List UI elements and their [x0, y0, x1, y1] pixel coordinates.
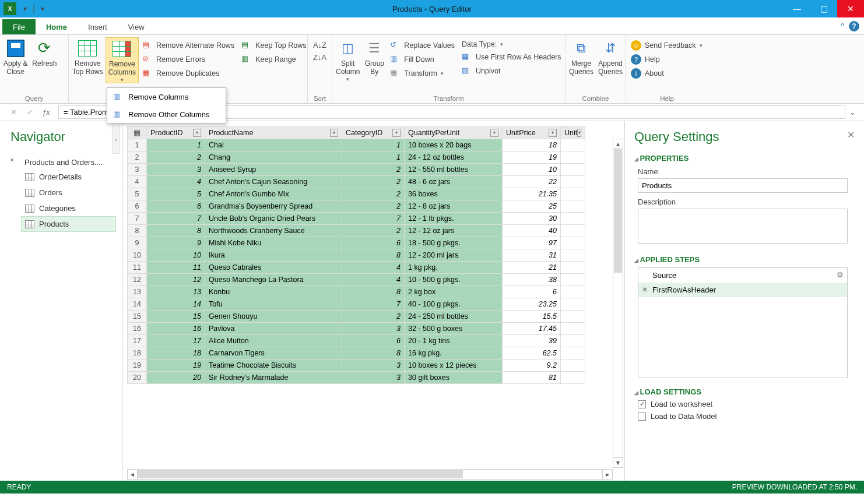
row-header[interactable]: 6: [127, 200, 147, 213]
insert-tab[interactable]: Insert: [78, 19, 118, 34]
row-header[interactable]: 2: [127, 151, 147, 164]
query-name-input[interactable]: [638, 178, 848, 193]
vertical-scrollbar[interactable]: ▴ ▾: [613, 139, 623, 468]
nav-table-orders[interactable]: Orders: [21, 185, 116, 200]
remove-errors-button[interactable]: ⊘Remove Errors: [139, 52, 238, 66]
table-row[interactable]: 2020Sir Rodney's Marmalade330 gift boxes…: [127, 372, 624, 384]
table-row[interactable]: 22Chang124 - 12 oz bottles19: [127, 151, 624, 164]
filter-icon[interactable]: ▾: [392, 129, 401, 137]
row-header[interactable]: 18: [127, 347, 147, 360]
row-header[interactable]: 5: [127, 188, 147, 200]
row-header[interactable]: 8: [127, 225, 147, 237]
table-row[interactable]: 11Chai110 boxes x 20 bags18: [127, 139, 624, 151]
applied-steps-header[interactable]: APPLIED STEPS: [634, 255, 855, 264]
row-header[interactable]: 10: [127, 249, 147, 262]
row-header[interactable]: 19: [127, 360, 147, 372]
table-row[interactable]: 1919Teatime Chocolate Biscuits310 boxes …: [127, 360, 624, 372]
row-header[interactable]: 17: [127, 335, 147, 347]
table-row[interactable]: 55Chef Anton's Gumbo Mix236 boxes21.35: [127, 188, 624, 200]
col-header-quantityperunit[interactable]: QuantityPerUnit▾: [405, 126, 503, 139]
view-tab[interactable]: View: [118, 19, 155, 34]
group-by-button[interactable]: ☰ Group By: [362, 37, 387, 82]
table-row[interactable]: 1515Genen Shouyu224 - 250 ml bottles15.5: [127, 311, 624, 323]
col-header-unit[interactable]: Unit▾: [561, 126, 585, 139]
unpivot-button[interactable]: ▧Unpivot: [458, 64, 565, 78]
col-header-productid[interactable]: ProductID▾: [147, 126, 205, 139]
row-header[interactable]: 3: [127, 164, 147, 176]
load-worksheet-checkbox[interactable]: ✓Load to worksheet: [638, 400, 855, 408]
first-row-headers-button[interactable]: ▦Use First Row As Headers: [458, 50, 565, 64]
remove-columns-button[interactable]: Remove Columns: [106, 37, 139, 83]
refresh-button[interactable]: ⟳ Refresh: [30, 37, 59, 76]
sort-asc-button[interactable]: A↓Z: [313, 41, 326, 50]
filter-icon[interactable]: ▾: [330, 129, 338, 137]
row-header[interactable]: 15: [127, 311, 147, 323]
send-feedback-button[interactable]: ☺Send Feedback: [627, 38, 707, 52]
scroll-right-icon[interactable]: ▸: [602, 469, 613, 480]
table-row[interactable]: 1717Alice Mutton620 - 1 kg tins39: [127, 335, 624, 347]
table-row[interactable]: 1010Ikura812 - 200 ml jars31: [127, 249, 624, 262]
fx-expand-icon[interactable]: ⌄: [845, 108, 859, 117]
nav-table-orderdetails[interactable]: OrderDetails: [21, 169, 116, 185]
gear-icon[interactable]: ⚙: [837, 270, 844, 279]
menu-remove-other-columns[interactable]: ▥Remove Other Columns: [107, 105, 226, 123]
row-header[interactable]: 4: [127, 176, 147, 188]
row-header[interactable]: 20: [127, 372, 147, 384]
nav-table-products[interactable]: Products: [21, 216, 116, 232]
scroll-up-icon[interactable]: ▴: [613, 139, 623, 149]
select-all-corner[interactable]: ▦: [127, 126, 147, 139]
collapse-ribbon-icon[interactable]: ^: [841, 21, 844, 30]
scroll-left-icon[interactable]: ◂: [127, 469, 138, 480]
load-datamodel-checkbox[interactable]: Load to Data Model: [638, 412, 855, 421]
row-header[interactable]: 9: [127, 237, 147, 249]
col-header-categoryid[interactable]: CategoryID▾: [342, 126, 405, 139]
table-row[interactable]: 44Chef Anton's Cajun Seasoning248 - 6 oz…: [127, 176, 624, 188]
nav-table-categories[interactable]: Categories: [21, 200, 116, 216]
load-settings-header[interactable]: LOAD SETTINGS: [634, 387, 855, 396]
properties-header[interactable]: PROPERTIES: [634, 154, 855, 163]
apply-close-button[interactable]: Apply & Close: [1, 37, 30, 76]
row-header[interactable]: 7: [127, 213, 147, 225]
data-type-button[interactable]: Data Type:: [458, 38, 565, 50]
col-header-unitprice[interactable]: UnitPrice▾: [503, 126, 561, 139]
minimize-button[interactable]: —: [784, 0, 810, 17]
row-header[interactable]: 12: [127, 274, 147, 286]
remove-duplicates-button[interactable]: ▦Remove Duplicates: [139, 66, 238, 80]
table-row[interactable]: 33Aniseed Syrup212 - 550 ml bottles10: [127, 164, 624, 176]
query-description-input[interactable]: [638, 209, 848, 244]
menu-remove-columns[interactable]: ▥Remove Columns: [107, 88, 226, 105]
qat-save-icon[interactable]: ▾: [19, 5, 31, 13]
keep-range-button[interactable]: ▥Keep Range: [238, 52, 310, 66]
delete-step-icon[interactable]: ✕: [642, 286, 648, 294]
filter-icon[interactable]: ▾: [193, 129, 201, 137]
row-header[interactable]: 13: [127, 286, 147, 298]
row-header[interactable]: 16: [127, 323, 147, 335]
table-row[interactable]: 1111Queso Cabrales41 kg pkg.21: [127, 262, 624, 274]
fx-commit-icon[interactable]: ✓: [21, 108, 37, 117]
close-pane-icon[interactable]: ✕: [847, 129, 855, 140]
nav-database[interactable]: X Products and Orders....: [10, 155, 116, 169]
sort-desc-button[interactable]: Z↓A: [313, 53, 326, 62]
table-row[interactable]: 1616Pavlova332 - 500 g boxes17.45: [127, 323, 624, 335]
help-button[interactable]: ?Help: [627, 52, 707, 66]
nav-collapse-icon[interactable]: ‹: [112, 125, 120, 154]
replace-values-button[interactable]: ↺Replace Values: [387, 38, 458, 52]
append-queries-button[interactable]: ⇵ Append Queries: [596, 37, 625, 76]
table-row[interactable]: 1212Queso Manchego La Pastora410 - 500 g…: [127, 274, 624, 286]
filter-icon[interactable]: ▾: [577, 129, 581, 137]
row-header[interactable]: 14: [127, 298, 147, 311]
qat-customize-icon[interactable]: ▾: [36, 5, 49, 13]
table-row[interactable]: 66Grandma's Boysenberry Spread212 - 8 oz…: [127, 200, 624, 213]
step-source[interactable]: Source⚙: [638, 268, 847, 283]
remove-alt-rows-button[interactable]: ▤Remove Alternate Rows: [139, 38, 238, 52]
table-row[interactable]: 88Northwoods Cranberry Sauce212 - 12 oz …: [127, 225, 624, 237]
merge-queries-button[interactable]: ⧉ Merge Queries: [567, 37, 596, 76]
fill-down-button[interactable]: ▥Fill Down: [387, 52, 458, 66]
about-button[interactable]: iAbout: [627, 66, 707, 80]
close-button[interactable]: ✕: [837, 0, 864, 17]
maximize-button[interactable]: ▢: [810, 0, 837, 17]
step-first-row-header[interactable]: ✕FirstRowAsHeader: [638, 283, 847, 297]
home-tab[interactable]: Home: [36, 19, 78, 34]
row-header[interactable]: 1: [127, 139, 147, 151]
filter-icon[interactable]: ▾: [549, 129, 557, 137]
